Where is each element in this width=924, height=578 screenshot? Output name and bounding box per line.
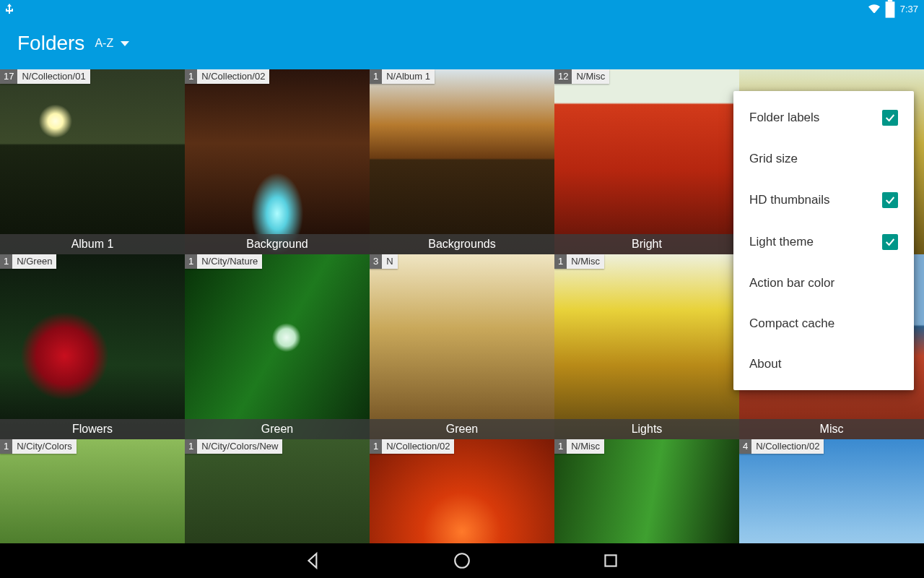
folder-tile[interactable]: 1N/Collection/02Background bbox=[185, 69, 370, 254]
folder-tile[interactable]: 12N/MiscBright bbox=[554, 69, 739, 254]
sort-dropdown[interactable]: A-Z bbox=[95, 37, 129, 50]
folder-grid-viewport: 17N/Collection/01Album 11N/Collection/02… bbox=[0, 69, 924, 543]
menu-item-label: About bbox=[749, 357, 781, 371]
folder-thumbnail bbox=[554, 69, 739, 254]
status-bar: 7:37 bbox=[0, 0, 924, 17]
folder-count: 1 bbox=[0, 254, 12, 269]
folder-thumbnail bbox=[185, 254, 370, 439]
page-title: Folders bbox=[17, 32, 84, 55]
folder-tile[interactable]: 3NGreen bbox=[370, 254, 554, 439]
folder-badge: 1N/Misc bbox=[554, 254, 604, 269]
menu-item[interactable]: Folder labels bbox=[733, 97, 914, 139]
folder-badge: 1N/Album 1 bbox=[370, 69, 435, 84]
svg-rect-1 bbox=[887, 0, 892, 1]
folder-badge: 1N/City/Colors bbox=[0, 439, 77, 454]
folder-badge: 1N/Collection/02 bbox=[370, 439, 454, 454]
menu-item[interactable]: Action bar color bbox=[733, 263, 914, 303]
menu-item[interactable]: Grid size bbox=[733, 139, 914, 179]
folder-badge: 4N/Collection/02 bbox=[739, 439, 824, 454]
menu-item-label: Folder labels bbox=[749, 111, 819, 125]
folder-tile[interactable]: 1N/GreenFlowers bbox=[0, 254, 185, 439]
folder-count: 17 bbox=[0, 69, 17, 84]
menu-item-label: Grid size bbox=[749, 152, 798, 166]
folder-count: 1 bbox=[185, 69, 197, 84]
folder-count: 4 bbox=[739, 439, 751, 454]
menu-item[interactable]: Compact cache bbox=[733, 303, 914, 344]
usb-icon bbox=[6, 4, 13, 14]
folder-badge: 17N/Collection/01 bbox=[0, 69, 90, 84]
folder-path: N bbox=[382, 254, 397, 269]
folder-path: N/Misc bbox=[567, 254, 604, 269]
folder-thumbnail bbox=[554, 439, 739, 543]
svg-rect-0 bbox=[885, 1, 894, 17]
folder-label: Misc bbox=[739, 419, 924, 439]
folder-tile[interactable]: 1N/Misc bbox=[554, 439, 739, 543]
folder-count: 1 bbox=[554, 254, 567, 269]
sort-label: A-Z bbox=[95, 37, 113, 50]
folder-thumbnail bbox=[370, 69, 554, 254]
folder-tile[interactable]: 4N/Collection/02 bbox=[739, 439, 924, 543]
folder-path: N/Collection/02 bbox=[382, 439, 454, 454]
folder-path: N/City/Nature bbox=[197, 254, 262, 269]
back-button[interactable] bbox=[304, 551, 323, 570]
folder-badge: 1N/Green bbox=[0, 254, 56, 269]
home-button[interactable] bbox=[453, 551, 471, 570]
folder-path: N/Collection/02 bbox=[197, 69, 269, 84]
checkbox-icon[interactable] bbox=[882, 192, 898, 208]
folder-thumbnail bbox=[185, 439, 370, 543]
folder-thumbnail bbox=[185, 69, 370, 254]
menu-item-label: Compact cache bbox=[749, 316, 834, 331]
folder-thumbnail bbox=[739, 439, 924, 543]
folder-count: 1 bbox=[0, 439, 12, 454]
folder-path: N/Misc bbox=[572, 69, 609, 84]
checkbox-icon[interactable] bbox=[882, 110, 898, 126]
menu-item-label: Action bar color bbox=[749, 276, 834, 290]
folder-badge: 1N/City/Nature bbox=[185, 254, 262, 269]
recents-button[interactable] bbox=[601, 551, 620, 570]
status-time: 7:37 bbox=[900, 4, 918, 14]
folder-tile[interactable]: 1N/MiscLights bbox=[554, 254, 739, 439]
svg-rect-3 bbox=[605, 555, 616, 566]
folder-count: 1 bbox=[185, 254, 197, 269]
folder-thumbnail bbox=[554, 254, 739, 439]
folder-path: N/Green bbox=[12, 254, 56, 269]
menu-item[interactable]: About bbox=[733, 344, 914, 384]
folder-badge: 3N bbox=[370, 254, 398, 269]
folder-path: N/Misc bbox=[567, 439, 604, 454]
folder-thumbnail bbox=[370, 254, 554, 439]
folder-count: 3 bbox=[370, 254, 382, 269]
folder-badge: 1N/Misc bbox=[554, 439, 604, 454]
checkbox-icon[interactable] bbox=[882, 234, 898, 250]
menu-item-label: HD thumbnails bbox=[749, 193, 830, 207]
android-nav-bar bbox=[0, 543, 924, 578]
folder-count: 1 bbox=[370, 439, 382, 454]
folder-badge: 12N/Misc bbox=[554, 69, 609, 84]
folder-count: 12 bbox=[554, 69, 572, 84]
chevron-down-icon bbox=[121, 41, 129, 46]
folder-path: N/City/Colors bbox=[12, 439, 77, 454]
overflow-menu: Folder labelsGrid sizeHD thumbnailsLight… bbox=[733, 91, 914, 390]
folder-thumbnail bbox=[0, 69, 185, 254]
folder-badge: 1N/Collection/02 bbox=[185, 69, 269, 84]
folder-tile[interactable]: 17N/Collection/01Album 1 bbox=[0, 69, 185, 254]
menu-item[interactable]: HD thumbnails bbox=[733, 179, 914, 221]
folder-thumbnail bbox=[0, 439, 185, 543]
folder-tile[interactable]: 1N/Collection/02 bbox=[370, 439, 554, 543]
app-bar: Folders A-Z bbox=[0, 17, 924, 69]
battery-icon bbox=[884, 4, 896, 14]
menu-item[interactable]: Light theme bbox=[733, 221, 914, 263]
folder-tile[interactable]: 1N/Album 1Backgrounds bbox=[370, 69, 554, 254]
folder-count: 1 bbox=[554, 439, 567, 454]
folder-tile[interactable]: 1N/City/Colors bbox=[0, 439, 185, 543]
folder-label: Flowers bbox=[0, 419, 185, 439]
folder-label: Lights bbox=[554, 419, 739, 439]
folder-label: Green bbox=[185, 419, 370, 439]
folder-count: 1 bbox=[370, 69, 382, 84]
menu-item-label: Light theme bbox=[749, 235, 814, 249]
folder-label: Green bbox=[370, 419, 554, 439]
folder-tile[interactable]: 1N/City/Colors/New bbox=[185, 439, 370, 543]
folder-badge: 1N/City/Colors/New bbox=[185, 439, 282, 454]
folder-count: 1 bbox=[185, 439, 197, 454]
folder-tile[interactable]: 1N/City/NatureGreen bbox=[185, 254, 370, 439]
folder-label: Background bbox=[185, 234, 370, 254]
